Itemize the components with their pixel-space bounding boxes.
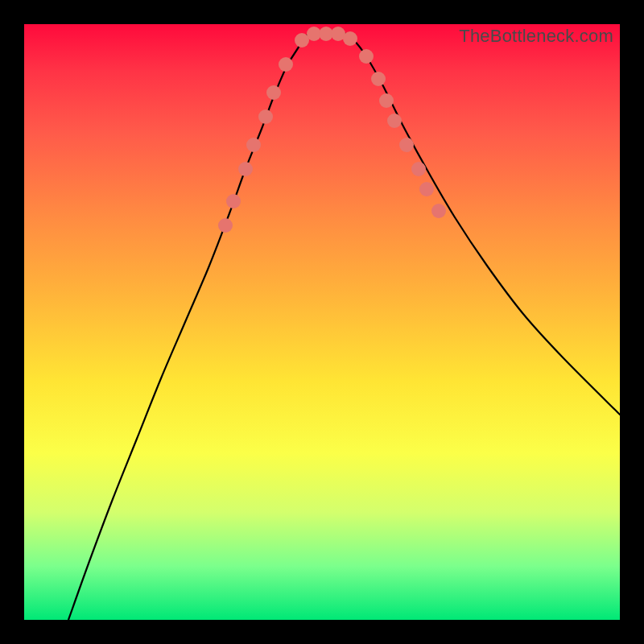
marker-point xyxy=(218,218,233,233)
marker-point xyxy=(246,138,261,152)
marker-point xyxy=(238,162,253,176)
marker-point xyxy=(411,162,426,176)
marker-point xyxy=(419,182,434,196)
marker-point xyxy=(399,138,414,152)
marker-point xyxy=(359,49,374,64)
marker-point xyxy=(226,194,241,208)
marker-point xyxy=(387,114,402,128)
marker-point xyxy=(266,85,281,100)
marker-point xyxy=(343,31,357,46)
marker-point xyxy=(279,57,293,72)
marker-point xyxy=(379,93,394,108)
highlight-markers xyxy=(218,27,446,233)
bottleneck-curve xyxy=(68,32,620,620)
chart-svg xyxy=(24,24,620,620)
chart-frame: TheBottleneck.com xyxy=(0,0,644,644)
marker-point xyxy=(371,72,386,86)
plot-area: TheBottleneck.com xyxy=(24,24,620,620)
marker-point xyxy=(431,204,446,218)
marker-point xyxy=(258,109,273,124)
